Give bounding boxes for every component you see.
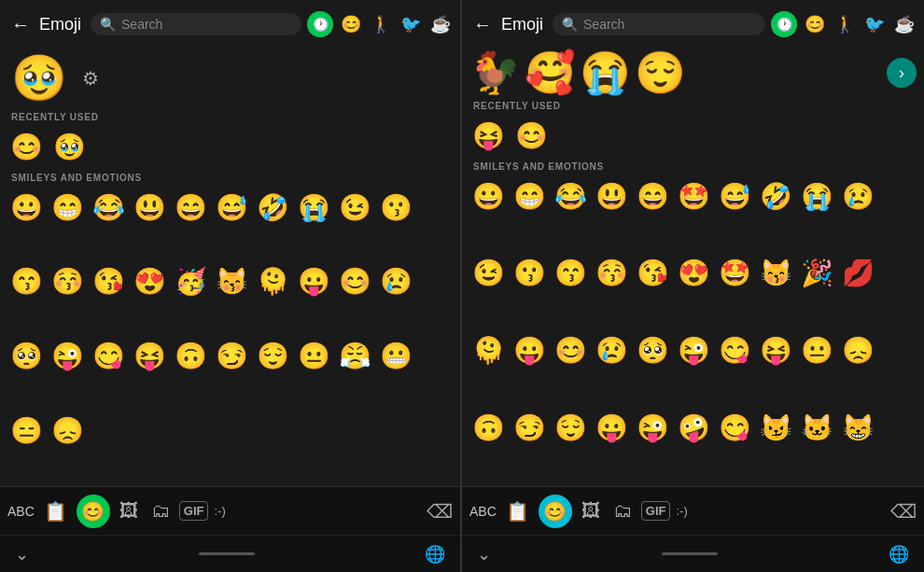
list-item[interactable]: 😌: [550, 407, 591, 448]
right-search-box[interactable]: 🔍: [553, 13, 765, 35]
list-item[interactable]: 😜: [47, 336, 88, 377]
list-item[interactable]: 💋: [837, 253, 878, 294]
list-item[interactable]: 🤩: [673, 175, 714, 216]
list-item[interactable]: 😘: [88, 261, 129, 302]
list-item[interactable]: 🙃: [468, 407, 509, 448]
list-item[interactable]: 🫠: [252, 261, 293, 302]
right-backspace-icon[interactable]: ⌫: [890, 500, 917, 523]
left-kaomoji-icon[interactable]: 🗂: [147, 496, 174, 525]
left-backspace-icon[interactable]: ⌫: [427, 500, 453, 523]
list-item[interactable]: 😅: [714, 175, 755, 216]
right-emoji-active-button[interactable]: 😊: [539, 495, 572, 528]
list-item[interactable]: 😽: [755, 253, 796, 294]
right-gif-button[interactable]: GIF: [641, 501, 671, 521]
list-item[interactable]: 😍: [673, 253, 714, 294]
list-item[interactable]: 🤣: [755, 175, 796, 216]
list-item[interactable]: 😃: [591, 175, 632, 216]
list-item[interactable]: 😉: [334, 187, 375, 228]
right-back-button[interactable]: ←: [469, 10, 496, 39]
list-item[interactable]: 😃: [129, 187, 170, 228]
right-clipboard-icon[interactable]: 📋: [502, 496, 533, 526]
left-clipboard-icon[interactable]: 📋: [40, 496, 71, 526]
list-item[interactable]: 😛: [591, 407, 632, 448]
list-item[interactable]: 😂: [550, 175, 591, 216]
list-item[interactable]: 😽: [211, 261, 252, 302]
list-item[interactable]: 😝: [755, 330, 796, 371]
list-item[interactable]: 😍: [129, 261, 170, 302]
list-item[interactable]: 😞: [47, 410, 88, 451]
list-item[interactable]: 😏: [211, 336, 252, 377]
right-search-input[interactable]: [583, 17, 756, 32]
list-item[interactable]: 🙃: [170, 336, 211, 377]
list-item[interactable]: 😀: [6, 187, 47, 228]
list-item[interactable]: 🐱: [796, 407, 837, 448]
right-arrow-button[interactable]: ›: [887, 58, 917, 88]
list-item[interactable]: 😋: [714, 407, 755, 448]
list-item[interactable]: 😢: [837, 175, 878, 216]
list-item[interactable]: 🎉: [796, 253, 837, 294]
right-sticker-icon[interactable]: 🖼: [578, 496, 604, 525]
right-bird-icon[interactable]: 🐦: [862, 12, 887, 36]
list-item[interactable]: 😁: [509, 175, 550, 216]
list-item[interactable]: 😜: [632, 407, 673, 448]
list-item[interactable]: 😀: [468, 175, 509, 216]
list-item[interactable]: 🫠: [468, 330, 509, 371]
list-item[interactable]: 😊: [511, 115, 552, 156]
right-globe-icon[interactable]: 🌐: [889, 544, 909, 565]
list-item[interactable]: 😑: [6, 410, 47, 451]
list-item[interactable]: 🥳: [170, 261, 211, 302]
list-item[interactable]: 😤: [334, 336, 375, 377]
left-bird-icon[interactable]: 🐦: [399, 12, 423, 36]
list-item[interactable]: 🥹: [49, 126, 90, 167]
list-item[interactable]: 😏: [509, 407, 550, 448]
list-item[interactable]: 😋: [88, 336, 129, 377]
list-item[interactable]: 😸: [837, 407, 878, 448]
left-clock-icon[interactable]: 🕐: [307, 11, 333, 37]
list-item[interactable]: 😢: [591, 330, 632, 371]
list-item[interactable]: 😢: [375, 261, 416, 302]
right-smiley-icon[interactable]: 😊: [803, 12, 827, 36]
list-item[interactable]: 😛: [509, 330, 550, 371]
list-item[interactable]: 😉: [468, 253, 509, 294]
list-item[interactable]: 😭: [293, 187, 334, 228]
left-smiley-icon[interactable]: 😊: [339, 12, 363, 36]
list-item[interactable]: 😚: [591, 253, 632, 294]
left-emoticon-label[interactable]: :-): [214, 504, 225, 518]
list-item[interactable]: 😄: [170, 187, 211, 228]
right-emoticon-label[interactable]: :-): [676, 504, 687, 518]
list-item[interactable]: 😛: [293, 261, 334, 302]
list-item[interactable]: 🤣: [252, 187, 293, 228]
right-cup-icon[interactable]: ☕: [892, 12, 917, 36]
right-person-icon[interactable]: 🚶: [833, 12, 857, 36]
list-item[interactable]: 😗: [375, 187, 416, 228]
list-item[interactable]: 😝: [129, 336, 170, 377]
right-clock-icon[interactable]: 🕐: [771, 11, 797, 37]
left-settings-icon[interactable]: ⚙: [82, 67, 99, 90]
right-kaomoji-icon[interactable]: 🗂: [609, 496, 636, 525]
list-item[interactable]: 😊: [6, 126, 47, 167]
list-item[interactable]: 🤪: [673, 407, 714, 448]
list-item[interactable]: 😚: [47, 261, 88, 302]
list-item[interactable]: 😐: [293, 336, 334, 377]
list-item[interactable]: 😗: [509, 253, 550, 294]
left-search-box[interactable]: 🔍: [91, 13, 301, 35]
list-item[interactable]: 😅: [211, 187, 252, 228]
left-emoji-active-button[interactable]: 😊: [77, 495, 110, 528]
list-item[interactable]: 😊: [550, 330, 591, 371]
list-item[interactable]: 🤩: [714, 253, 755, 294]
list-item[interactable]: 😙: [550, 253, 591, 294]
left-sticker-icon[interactable]: 🖼: [116, 496, 142, 525]
list-item[interactable]: 😝: [468, 115, 509, 156]
left-chevron-down-icon[interactable]: ⌄: [15, 544, 29, 565]
list-item[interactable]: 😂: [88, 187, 129, 228]
list-item[interactable]: 😙: [6, 261, 47, 302]
list-item[interactable]: 🥺: [6, 336, 47, 377]
list-item[interactable]: 😄: [632, 175, 673, 216]
list-item[interactable]: 😋: [714, 330, 755, 371]
list-item[interactable]: 😐: [796, 330, 837, 371]
left-search-input[interactable]: [121, 17, 292, 32]
left-cup-icon[interactable]: ☕: [428, 12, 453, 36]
list-item[interactable]: 😘: [632, 253, 673, 294]
left-back-button[interactable]: ←: [7, 10, 34, 39]
right-chevron-down-icon[interactable]: ⌄: [477, 544, 491, 565]
